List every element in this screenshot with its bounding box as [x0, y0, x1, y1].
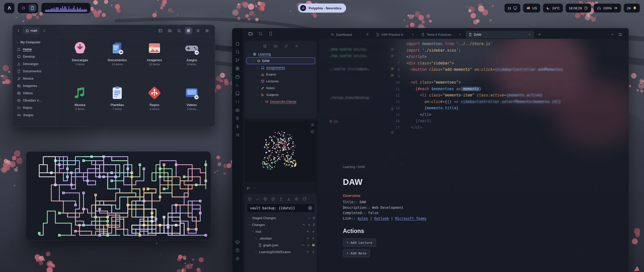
plus-icon[interactable] — [312, 237, 315, 240]
editor-area[interactable]: import mementoes from '../../store.js'im… — [319, 39, 629, 272]
folder-musica[interactable]: Musica6 items — [61, 85, 99, 123]
sidebar-item-juegos[interactable]: Juegos — [16, 111, 55, 119]
git-item-root[interactable]: root — [247, 228, 315, 235]
fm-titlebar[interactable]: matt — [13, 25, 215, 37]
ribbon-shuffle-button[interactable] — [235, 133, 240, 137]
undo-icon[interactable] — [306, 237, 309, 240]
fm-sidebar-header[interactable]: My Computer — [16, 39, 55, 46]
plus-icon[interactable] — [312, 230, 315, 233]
tab-tema-6-pr-cticas[interactable]: Tema 6 Prácticas -… — [418, 31, 465, 38]
unstage-all-button[interactable] — [271, 197, 275, 201]
pull-button[interactable] — [287, 197, 291, 201]
weather-pill[interactable]: 24°C — [543, 4, 563, 13]
breadcrumb[interactable]: matt — [23, 27, 40, 34]
stage-all-button[interactable] — [263, 197, 267, 201]
commit-button[interactable] — [256, 197, 260, 201]
undo-icon[interactable] — [302, 223, 305, 226]
new-note-button[interactable] — [263, 44, 267, 48]
tree-item-desarrollo-cliente[interactable]: Desarrollo-Cliente — [246, 98, 315, 105]
undo-icon[interactable] — [302, 244, 305, 247]
close-icon[interactable] — [411, 33, 414, 36]
folder-juegos[interactable]: Juegos8 items — [173, 40, 210, 78]
layout-button[interactable] — [295, 197, 299, 201]
notes-button[interactable] — [29, 4, 36, 12]
tab-asp-practice-6[interactable]: ASP Practice 6 — [373, 31, 417, 38]
backup-button[interactable] — [248, 197, 252, 201]
forward-button[interactable] — [43, 29, 46, 32]
sort-button[interactable] — [284, 44, 288, 48]
git-item-graph-json[interactable]: graph.jsonM — [247, 242, 315, 249]
graph-filter-button[interactable] — [310, 130, 314, 134]
ribbon-terminal-button[interactable] — [235, 83, 240, 87]
keyboard-layout-pill[interactable]: US — [523, 4, 540, 13]
ribbon-home-button[interactable] — [235, 41, 240, 46]
note-link[interactable]: Outlook — [374, 216, 389, 220]
folder-videos[interactable]: Videos4 items — [173, 85, 210, 123]
sidebar-item-home[interactable]: Home — [16, 46, 55, 53]
tree-item-lectures[interactable]: Lectures — [246, 78, 315, 85]
sidebar-item-documentos[interactable]: Documentos — [16, 67, 55, 75]
split-pane-button[interactable] — [619, 33, 622, 36]
git-item-staged-changes[interactable]: Staged Changes0 — [247, 215, 315, 221]
sidebar-item-musica[interactable]: Musica — [16, 75, 55, 82]
folder-descargas[interactable]: Descargas2 items — [61, 40, 99, 78]
tab-daw[interactable]: DAW — [466, 31, 534, 38]
sidebar-item-desktop[interactable]: Desktop — [16, 53, 55, 60]
now-playing-widget[interactable]: Polyphia - Neurotica — [298, 4, 346, 13]
ribbon-book-button[interactable] — [235, 91, 240, 96]
clock-pill[interactable]: 18:08:28 — [566, 4, 591, 13]
git-item-obsidian[interactable]: .obsidian — [247, 235, 315, 242]
view-list-button[interactable] — [194, 27, 202, 35]
tree-item-learning[interactable]: Learning — [246, 51, 315, 57]
tree-item-exams[interactable]: Exams — [246, 71, 315, 78]
ribbon-git-branch-button[interactable] — [235, 58, 240, 62]
search-tab[interactable] — [258, 31, 263, 36]
files-tab[interactable] — [248, 31, 253, 36]
ribbon-code-button[interactable] — [235, 99, 240, 104]
commit-message-input[interactable] — [250, 206, 308, 210]
folder-documentos[interactable]: Documentos14 items — [99, 40, 136, 78]
close-icon[interactable] — [528, 33, 531, 36]
plus-icon[interactable] — [307, 244, 310, 247]
sidebar-item-descargas[interactable]: Descargas — [16, 60, 55, 67]
workspaces-pill[interactable]: 11 — [504, 4, 520, 13]
note-link[interactable]: Aules — [357, 216, 368, 220]
ribbon-calendar-button[interactable] — [235, 75, 240, 79]
plus-icon[interactable] — [308, 223, 311, 226]
volume-pill[interactable]: 100% — [594, 4, 621, 13]
note-link[interactable]: Microsoft Teams — [395, 216, 427, 220]
ribbon-help-button[interactable] — [235, 248, 240, 253]
close-icon[interactable] — [459, 33, 462, 36]
sidebar-item-repos[interactable]: Repos — [16, 104, 55, 111]
note-button-add-lecture[interactable]: + Add Lecture — [343, 239, 376, 247]
tree-item-daw[interactable]: DAW — [246, 57, 315, 64]
power-button[interactable] — [20, 4, 27, 12]
sidebar-item-imagenes[interactable]: Imagenes — [16, 82, 55, 89]
bookmarks-tab[interactable] — [268, 31, 273, 36]
push-button[interactable] — [279, 197, 283, 201]
tree-item-assignments[interactable]: Assignments — [246, 64, 315, 71]
ribbon-map-pin-button[interactable] — [235, 116, 240, 121]
back-button[interactable] — [17, 29, 20, 32]
new-tab-button[interactable] — [538, 33, 541, 36]
undo-icon[interactable] — [306, 230, 309, 233]
folder-plantillas[interactable]: Plantillas7 items — [99, 85, 136, 123]
git-item-learning-daw-exams[interactable]: Learning/DAW/Exams — [247, 249, 315, 255]
notifications-pill[interactable]: 24 — [624, 4, 640, 13]
new-folder-button[interactable] — [273, 44, 277, 48]
split-view-button[interactable] — [157, 27, 164, 35]
ribbon-search-button[interactable] — [235, 50, 240, 54]
tab-list-button[interactable] — [611, 33, 614, 36]
graph-settings-button[interactable] — [310, 123, 314, 127]
ribbon-gear-button[interactable] — [235, 256, 240, 261]
ribbon-grid-button[interactable] — [235, 66, 240, 71]
tab-dashboard[interactable]: Dashboard — [328, 31, 372, 38]
folder-imagenes[interactable]: Imagenes10 items — [136, 40, 173, 78]
folder-repos[interactable]: Repos6 items — [136, 85, 173, 123]
refresh-button[interactable] — [302, 197, 306, 201]
undo-icon[interactable] — [306, 251, 309, 254]
new-folder-button[interactable] — [166, 27, 174, 35]
search-button[interactable] — [175, 27, 183, 35]
note-button-add-note[interactable]: + Add Note — [343, 249, 370, 257]
tree-item-notes[interactable]: Notes — [246, 85, 315, 91]
